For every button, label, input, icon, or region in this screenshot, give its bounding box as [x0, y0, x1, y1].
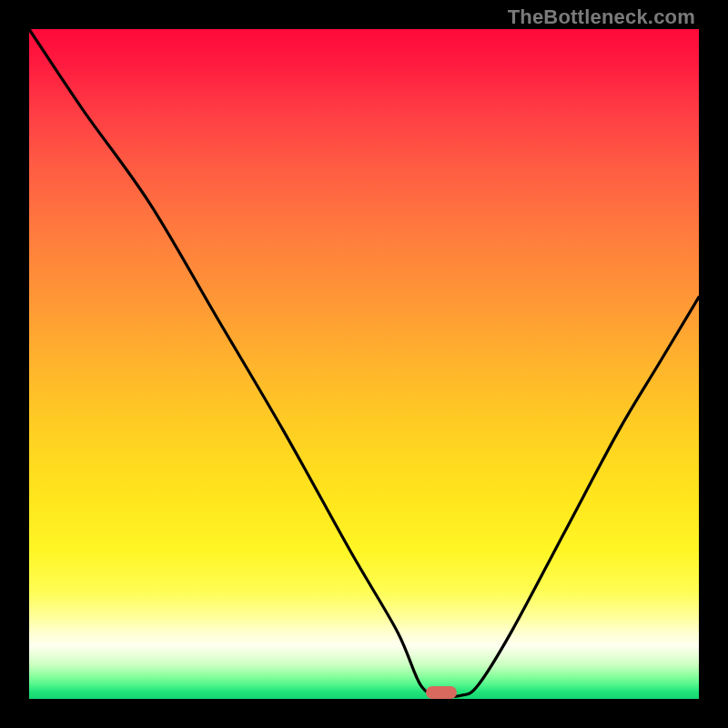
- plot-area: [29, 29, 699, 699]
- chart-frame: TheBottleneck.com: [0, 0, 728, 728]
- watermark-text: TheBottleneck.com: [508, 5, 695, 29]
- optimal-marker: [426, 686, 457, 699]
- bottleneck-curve: [29, 29, 699, 699]
